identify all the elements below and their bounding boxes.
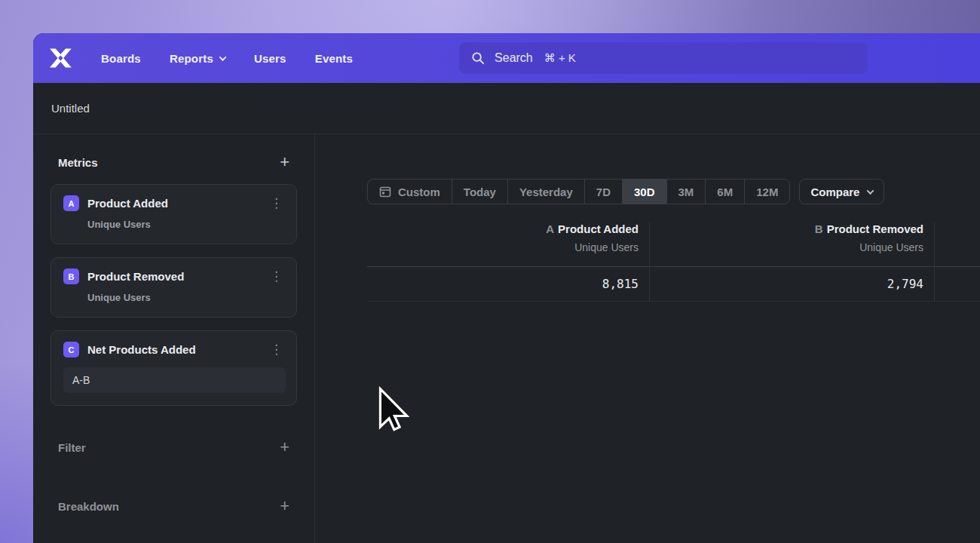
range-tab-label: 3M	[678, 186, 694, 198]
add-filter-button[interactable]: +	[280, 440, 289, 454]
search-input[interactable]: Search ⌘ + K	[459, 42, 868, 74]
range-tab-custom[interactable]: Custom	[368, 179, 452, 204]
nav-item-label: Reports	[170, 52, 213, 65]
kebab-menu-icon[interactable]: ⋮	[267, 197, 286, 210]
metric-measurement[interactable]: Unique Users	[87, 219, 286, 230]
kebab-menu-icon[interactable]: ⋮	[267, 270, 286, 283]
results-table: AProduct Added Unique Users BProduct Rem…	[367, 222, 980, 302]
calendar-icon	[379, 186, 391, 198]
range-tab-label: 30D	[634, 186, 655, 198]
add-metric-button[interactable]: +	[280, 155, 289, 169]
nav-items: Boards Reports Users Events	[101, 52, 353, 65]
metrics-section-title: Metrics	[58, 156, 98, 169]
nav-item-label: Events	[315, 52, 353, 65]
metric-badge: C	[63, 342, 79, 357]
metric-measurement[interactable]: Unique Users	[87, 292, 286, 303]
date-range-tabs: Custom Today Yesterday 7D 30D	[367, 179, 790, 204]
column-prefix: A	[546, 222, 554, 235]
metric-title[interactable]: Net Products Added	[87, 343, 267, 356]
query-builder-sidebar: Metrics + A Product Added ⋮ Unique Users…	[33, 134, 315, 543]
range-tab-label: 6M	[717, 186, 733, 198]
breakdown-section-title: Breakdown	[58, 500, 119, 513]
metric-value-b[interactable]: 2,794	[650, 267, 935, 302]
report-title[interactable]: Untitled	[51, 102, 90, 115]
add-breakdown-button[interactable]: +	[280, 499, 289, 513]
search-icon	[471, 51, 485, 65]
column-header-overflow	[935, 222, 980, 267]
metric-title[interactable]: Product Added	[87, 197, 267, 210]
breakdown-section: Breakdown +	[51, 499, 297, 513]
filter-section: Filter +	[51, 440, 297, 454]
metric-card-a[interactable]: A Product Added ⋮ Unique Users	[51, 184, 297, 244]
range-tab-label: Today	[464, 186, 496, 198]
range-tab-6m[interactable]: 6M	[705, 179, 744, 204]
metric-card-c[interactable]: C Net Products Added ⋮ A-B	[51, 330, 297, 406]
compare-button-label: Compare	[810, 186, 859, 198]
date-controls: Custom Today Yesterday 7D 30D	[367, 179, 980, 204]
range-tab-today[interactable]: Today	[452, 179, 507, 204]
range-tab-7d[interactable]: 7D	[584, 179, 622, 204]
metric-card-b[interactable]: B Product Removed ⋮ Unique Users	[51, 257, 297, 318]
range-tab-label: 12M	[756, 186, 778, 198]
nav-item-reports[interactable]: Reports	[170, 52, 225, 65]
metric-value-overflow	[935, 267, 980, 302]
metric-badge: A	[63, 195, 79, 211]
column-name: Product Removed	[827, 222, 923, 235]
report-body: Metrics + A Product Added ⋮ Unique Users…	[33, 134, 980, 543]
metric-badge: B	[63, 268, 79, 284]
compare-button[interactable]: Compare	[799, 179, 884, 204]
nav-item-boards[interactable]: Boards	[101, 52, 141, 65]
metrics-section-header: Metrics +	[51, 155, 297, 169]
nav-item-label: Boards	[101, 52, 141, 65]
nav-item-label: Users	[254, 52, 286, 65]
top-nav: Boards Reports Users Events Search ⌘ + K	[33, 33, 980, 83]
nav-item-users[interactable]: Users	[254, 52, 286, 65]
search-shortcut: ⌘ + K	[544, 51, 576, 65]
range-tab-label: Custom	[398, 186, 440, 198]
filter-section-title: Filter	[58, 441, 86, 454]
column-prefix: B	[815, 222, 823, 235]
metric-value-a[interactable]: 8,815	[367, 267, 650, 302]
formula-input[interactable]: A-B	[63, 367, 286, 393]
chevron-down-icon	[867, 187, 874, 195]
range-tab-label: 7D	[596, 186, 611, 198]
column-name: Product Added	[558, 222, 639, 235]
search-placeholder: Search	[495, 51, 533, 65]
nav-item-events[interactable]: Events	[315, 52, 353, 65]
column-header-a[interactable]: AProduct Added Unique Users	[367, 222, 650, 267]
report-header: Untitled	[33, 83, 980, 134]
chevron-down-icon	[219, 54, 227, 61]
range-tab-12m[interactable]: 12M	[744, 179, 789, 204]
range-tab-yesterday[interactable]: Yesterday	[507, 179, 584, 204]
column-subtitle: Unique Users	[650, 241, 923, 253]
app-logo-icon[interactable]	[47, 48, 74, 69]
metric-title[interactable]: Product Removed	[87, 270, 267, 283]
range-tab-label: Yesterday	[519, 186, 573, 198]
results-panel: Custom Today Yesterday 7D 30D	[315, 134, 980, 543]
range-tab-30d[interactable]: 30D	[622, 179, 666, 204]
column-header-b[interactable]: BProduct Removed Unique Users	[650, 222, 935, 267]
kebab-menu-icon[interactable]: ⋮	[267, 343, 286, 356]
range-tab-3m[interactable]: 3M	[666, 179, 706, 204]
column-subtitle: Unique Users	[367, 241, 639, 253]
app-window: Boards Reports Users Events Search ⌘ + K…	[33, 33, 980, 543]
